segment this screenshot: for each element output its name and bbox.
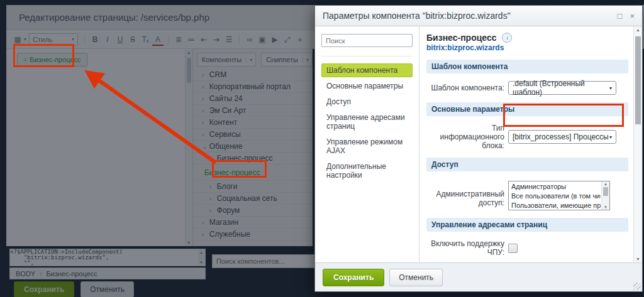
section-header-url-management: Управление адресами страниц: [426, 218, 628, 232]
template-select[interactable]: .default (Встроенный шаблон) ▾: [508, 81, 616, 95]
section-header-main-params: Основные параметры: [426, 102, 628, 116]
chpu-checkbox[interactable]: [508, 244, 518, 253]
admin-access-label: Административный доступ:: [426, 181, 504, 207]
select-arrow-icon: ▾: [609, 85, 612, 91]
dialog-content: Бизнес-процесс i bitrix:bizproc.wizards …: [419, 26, 633, 262]
scroll-up-icon[interactable]: ▲: [602, 182, 609, 186]
dialog-scrollbar[interactable]: ▲ ▼: [633, 26, 642, 262]
sidebar-item-template[interactable]: Шаблон компонента: [321, 63, 413, 77]
select-arrow-icon: ▾: [609, 134, 612, 140]
sidebar-item-additional[interactable]: Дополнительные настройки: [321, 159, 413, 182]
dialog-sidebar: Шаблон компонента Основные параметры Дос…: [315, 26, 419, 262]
listbox-scrollbar[interactable]: ▲ ▼: [601, 181, 609, 210]
section-header-template: Шаблон компонента: [426, 60, 628, 73]
component-name: Бизнес-процесс: [426, 33, 496, 43]
divider: [321, 56, 413, 57]
resize-handle[interactable]: [633, 283, 641, 290]
sidebar-item-url-management[interactable]: Управление адресами страниц: [321, 111, 413, 133]
admin-access-listbox[interactable]: Администраторы Все пользователи (в том ч…: [508, 181, 610, 210]
dialog-title: Параметры компонента "bitrix:bizproc.wiz…: [323, 11, 610, 21]
scroll-up-icon[interactable]: ▲: [634, 28, 642, 32]
section-header-access: Доступ: [426, 158, 628, 171]
component-parameters-dialog: Параметры компонента "bitrix:bizproc.wiz…: [314, 5, 643, 292]
dialog-footer: Сохранить Отменить: [315, 262, 642, 291]
template-label: Шаблон компонента:: [426, 84, 504, 92]
component-code-link[interactable]: bitrix:bizproc.wizards: [426, 43, 628, 52]
scroll-down-icon[interactable]: ▼: [634, 257, 642, 261]
sidebar-item-ajax[interactable]: Управление режимом AJAX: [321, 135, 413, 158]
iblock-type-label: Тип информационного блока:: [426, 124, 504, 150]
dialog-titlebar: Параметры компонента "bitrix:bizproc.wiz…: [315, 6, 642, 26]
dialog-cancel-button[interactable]: Отменить: [389, 269, 443, 286]
close-icon[interactable]: ×: [630, 11, 635, 21]
maximize-icon[interactable]: □: [618, 11, 623, 21]
sidebar-item-access[interactable]: Доступ: [321, 95, 413, 109]
info-icon[interactable]: i: [502, 33, 512, 43]
dialog-search-input[interactable]: [321, 34, 413, 47]
scrollbar-thumb[interactable]: [635, 36, 641, 124]
sidebar-item-main-params[interactable]: Основные параметры: [321, 79, 413, 93]
iblock-type-select[interactable]: [bitrix_processes] Процессы ▾: [508, 130, 616, 144]
scrollbar-thumb[interactable]: [603, 187, 608, 196]
scroll-down-icon[interactable]: ▼: [602, 205, 609, 209]
dialog-save-button[interactable]: Сохранить: [323, 269, 384, 286]
chpu-label: Включить поддержку ЧПУ:: [426, 239, 504, 257]
